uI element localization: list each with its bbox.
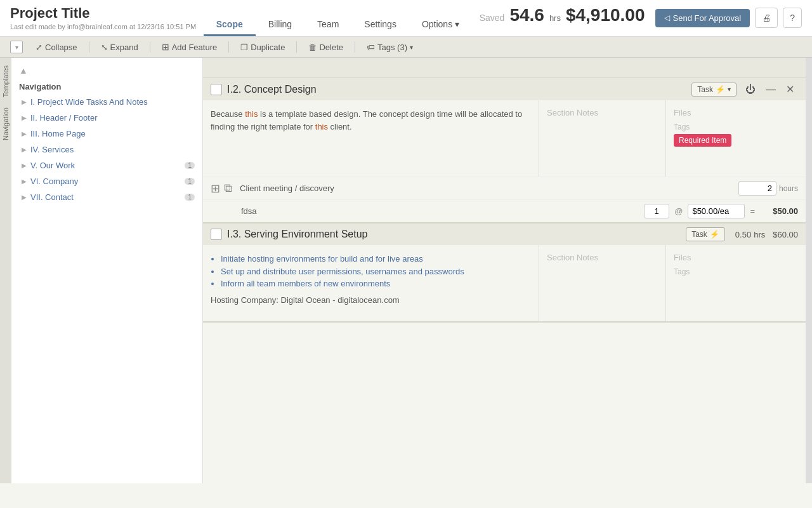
task-type-btn-i2[interactable]: Task ⚡ ▾ xyxy=(691,83,737,97)
send-for-approval-button[interactable]: ◁ Send For Approval xyxy=(655,9,750,27)
section-divider-top xyxy=(203,58,806,78)
feature-block-i2: I.2. Concept Design Task ⚡ ▾ ⏻ — ✕ Becau… xyxy=(203,78,806,224)
item-at-symbol: @ xyxy=(674,206,683,216)
separator5 xyxy=(355,41,355,53)
feature-description-i2[interactable]: Because this is a template based design.… xyxy=(203,100,539,177)
scrollbar[interactable] xyxy=(806,58,812,483)
total-money: $4,910.00 xyxy=(566,5,645,25)
tab-options[interactable]: Options ▾ xyxy=(409,14,472,36)
feature-checkbox-i2[interactable] xyxy=(211,84,222,95)
feature-actions-i2: ⏻ — ✕ xyxy=(742,82,798,97)
delete-icon: 🗑 xyxy=(308,43,317,52)
feature-number-i2: I.2. xyxy=(227,84,241,95)
tags-label-i3: Tags xyxy=(674,267,798,276)
minimize-button-i2[interactable]: — xyxy=(762,82,780,97)
delete-label: Delete xyxy=(319,43,343,52)
feature-title-text-i2: Concept Design xyxy=(244,84,317,95)
power-button-i2[interactable]: ⏻ xyxy=(742,82,759,97)
nav-triangle-vi: ▶ xyxy=(22,178,27,185)
i3-hrs-val: 0.50 xyxy=(735,230,751,239)
required-item-tag[interactable]: Required Item xyxy=(674,134,731,147)
sidebar-item-project-wide[interactable]: ▶ I. Project Wide Tasks And Notes xyxy=(11,94,202,110)
hours-label: hrs xyxy=(549,13,561,23)
copy-task-icon-btn[interactable]: ⧉ xyxy=(224,182,232,196)
tags-button[interactable]: 🏷 Tags (3) ▾ xyxy=(362,41,418,53)
side-tab-templates[interactable]: Templates xyxy=(1,60,11,102)
duplicate-button[interactable]: ❐ Duplicate xyxy=(235,41,290,53)
feature-notes-i2[interactable]: Section Notes xyxy=(539,100,666,177)
sidebar-item-services[interactable]: ▶ IV. Services xyxy=(11,142,202,157)
tags-section-i3: Tags xyxy=(674,267,798,276)
bolt-icon: ⚡ xyxy=(716,85,725,94)
nav-triangle-iii: ▶ xyxy=(22,130,27,137)
task-dropdown-icon: ▾ xyxy=(728,86,731,93)
help-button[interactable]: ? xyxy=(783,8,802,28)
tags-dropdown-icon: ▾ xyxy=(410,44,413,51)
expand-icon: ⤡ xyxy=(101,43,108,52)
sidebar-item-label-v: V. Our Work xyxy=(30,161,75,170)
sidebar-item-label-vi: VI. Company xyxy=(30,177,78,186)
tags-label-i2: Tags xyxy=(674,123,798,131)
header-nav-tabs: Scope Billing Team Settings Options ▾ xyxy=(196,8,480,36)
sidebar-item-home-page[interactable]: ▶ III. Home Page xyxy=(11,126,202,142)
add-feature-button[interactable]: ⊞ Add Feature xyxy=(157,41,223,53)
tab-team[interactable]: Team xyxy=(304,14,351,36)
sidebar-item-company[interactable]: ▶ VI. Company 1 xyxy=(11,173,202,189)
description-footer-i3: Hosting Company: Digital Ocean - digital… xyxy=(211,294,531,307)
duplicate-label: Duplicate xyxy=(251,43,285,52)
print-button[interactable]: 🖨 xyxy=(755,8,778,28)
select-all-checkbox[interactable]: ▾ xyxy=(10,41,23,53)
i3-money: $60.00 xyxy=(773,230,798,239)
delete-button[interactable]: 🗑 Delete xyxy=(303,41,348,53)
feature-description-i3[interactable]: Initiate hosting environments for build … xyxy=(203,245,539,321)
expand-button[interactable]: ⤡ Expand xyxy=(96,41,143,53)
task-type-btn-i3[interactable]: Task ⚡ xyxy=(686,227,725,241)
add-icon: ⊞ xyxy=(162,42,169,52)
nav-triangle-ii: ▶ xyxy=(22,114,27,121)
navigation-list: ▲ Navigation ▶ I. Project Wide Tasks And… xyxy=(11,58,202,483)
last-edit-info: Last edit made by info@brainleaf.com at … xyxy=(10,23,196,30)
nav-collapse-btn[interactable]: ▲ xyxy=(11,63,202,78)
item-qty-input[interactable] xyxy=(644,204,669,218)
sidebar-item-header-footer[interactable]: ▶ II. Header / Footer xyxy=(11,110,202,126)
nav-triangle-vii: ▶ xyxy=(22,194,27,201)
tab-settings[interactable]: Settings xyxy=(351,14,409,36)
highlight-this2: this xyxy=(315,122,328,131)
task-hours-input[interactable] xyxy=(738,181,776,196)
collapse-arrow-icon: ▲ xyxy=(19,65,28,76)
separator1 xyxy=(89,41,89,53)
sidebar-item-our-work[interactable]: ▶ V. Our Work 1 xyxy=(11,157,202,173)
side-tab-navigation[interactable]: Navigation xyxy=(1,102,11,145)
main-content: I.2. Concept Design Task ⚡ ▾ ⏻ — ✕ Becau… xyxy=(203,58,806,483)
i3-hrs-label: hrs xyxy=(754,230,765,239)
tab-billing[interactable]: Billing xyxy=(256,14,304,36)
feature-checkbox-i3[interactable] xyxy=(211,229,222,240)
feature-header-i2: I.2. Concept Design Task ⚡ ▾ ⏻ — ✕ xyxy=(203,78,806,100)
highlight-this: this xyxy=(245,109,258,119)
sidebar-item-contact[interactable]: ▶ VII. Contact 1 xyxy=(11,189,202,205)
side-tabs: Templates Navigation xyxy=(0,58,11,483)
notes-placeholder-i2: Section Notes xyxy=(547,108,598,117)
notes-placeholder-i3: Section Notes xyxy=(547,253,598,262)
expand-label: Expand xyxy=(110,43,138,52)
close-button-i2[interactable]: ✕ xyxy=(782,82,798,97)
bullet1: Initiate hosting environments for build … xyxy=(221,254,423,264)
feature-files-i2: Files Tags Required Item xyxy=(666,100,806,177)
item-price-input[interactable] xyxy=(688,204,745,218)
task-label-i3: Task xyxy=(691,230,707,239)
badge-vii: 1 xyxy=(185,194,195,201)
add-task-icon-btn[interactable]: ⊞ xyxy=(211,182,220,196)
item-equals-symbol: = xyxy=(750,206,755,216)
add-feature-label: Add Feature xyxy=(172,43,218,52)
send-approval-label: Send For Approval xyxy=(673,13,742,23)
feature-body-i2: Because this is a template based design.… xyxy=(203,100,806,177)
feature-notes-i3[interactable]: Section Notes xyxy=(539,245,666,321)
collapse-button[interactable]: ⤢ Collapse xyxy=(30,41,82,53)
duplicate-icon: ❐ xyxy=(240,43,248,52)
feature-title-i3: I.3. Serving Environment Setup xyxy=(227,229,681,240)
badge-vi: 1 xyxy=(185,178,195,185)
send-icon: ◁ xyxy=(664,13,670,22)
header-stats: Saved 54.6 hrs $4,910.00 xyxy=(480,5,645,25)
sidebar-item-label-iii: III. Home Page xyxy=(30,129,86,138)
tab-scope[interactable]: Scope xyxy=(204,14,256,36)
